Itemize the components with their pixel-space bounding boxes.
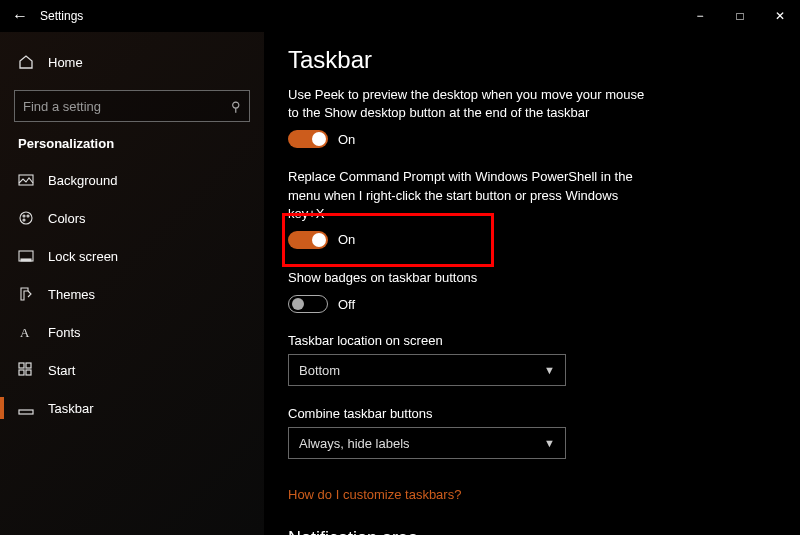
toggle-peek[interactable]	[288, 130, 328, 148]
sidebar-item-taskbar[interactable]: Taskbar	[0, 389, 264, 427]
sidebar-item-label: Taskbar	[48, 401, 94, 416]
sidebar-item-themes[interactable]: Themes	[0, 275, 264, 313]
window-title: Settings	[40, 9, 83, 23]
select-location-value: Bottom	[299, 363, 340, 378]
setting-combine: Combine taskbar buttons Always, hide lab…	[288, 406, 768, 459]
setting-badges: Show badges on taskbar buttons Off	[288, 269, 768, 313]
setting-location-label: Taskbar location on screen	[288, 333, 768, 348]
sidebar-item-background[interactable]: Background	[0, 161, 264, 199]
svg-point-1	[20, 212, 32, 224]
lock-icon	[18, 248, 34, 264]
toggle-powershell[interactable]	[288, 231, 328, 249]
setting-peek-desc: Use Peek to preview the desktop when you…	[288, 86, 648, 122]
svg-rect-10	[19, 370, 24, 375]
svg-rect-12	[19, 410, 33, 414]
setting-peek: Use Peek to preview the desktop when you…	[288, 86, 768, 148]
search-icon: ⚲	[231, 99, 241, 114]
setting-badges-desc: Show badges on taskbar buttons	[288, 269, 648, 287]
chevron-down-icon: ▼	[544, 364, 555, 376]
minimize-button[interactable]: −	[680, 0, 720, 32]
search-input[interactable]	[23, 99, 231, 114]
sidebar-item-label: Background	[48, 173, 117, 188]
image-icon	[18, 172, 34, 188]
sidebar-home[interactable]: Home	[0, 44, 264, 80]
setting-powershell: Replace Command Prompt with Windows Powe…	[288, 168, 768, 249]
sidebar-item-label: Lock screen	[48, 249, 118, 264]
sidebar-item-label: Fonts	[48, 325, 81, 340]
toggle-badges[interactable]	[288, 295, 328, 313]
svg-rect-8	[19, 363, 24, 368]
sidebar-item-colors[interactable]: Colors	[0, 199, 264, 237]
chevron-down-icon: ▼	[544, 437, 555, 449]
setting-location: Taskbar location on screen Bottom ▼	[288, 333, 768, 386]
svg-point-3	[27, 215, 29, 217]
maximize-button[interactable]: □	[720, 0, 760, 32]
svg-text:A: A	[20, 325, 30, 340]
svg-rect-9	[26, 363, 31, 368]
setting-combine-label: Combine taskbar buttons	[288, 406, 768, 421]
svg-point-4	[23, 219, 25, 221]
theme-icon	[18, 286, 34, 302]
select-combine[interactable]: Always, hide labels ▼	[288, 427, 566, 459]
home-icon	[18, 54, 34, 70]
link-customize[interactable]: How do I customize taskbars?	[288, 487, 461, 502]
grid-icon	[18, 362, 34, 378]
search-box[interactable]: ⚲	[14, 90, 250, 122]
toggle-peek-state: On	[338, 132, 355, 147]
sidebar-home-label: Home	[48, 55, 83, 70]
toggle-powershell-state: On	[338, 232, 355, 247]
taskbar-icon	[18, 400, 34, 416]
sidebar-item-start[interactable]: Start	[0, 351, 264, 389]
sidebar-item-lockscreen[interactable]: Lock screen	[0, 237, 264, 275]
svg-rect-6	[21, 259, 31, 261]
select-location[interactable]: Bottom ▼	[288, 354, 566, 386]
close-button[interactable]: ✕	[760, 0, 800, 32]
sidebar-item-label: Colors	[48, 211, 86, 226]
content: Taskbar Use Peek to preview the desktop …	[264, 32, 800, 535]
palette-icon	[18, 210, 34, 226]
titlebar: ← Settings − □ ✕	[0, 0, 800, 32]
back-button[interactable]: ←	[0, 7, 40, 25]
sidebar-item-fonts[interactable]: A Fonts	[0, 313, 264, 351]
select-combine-value: Always, hide labels	[299, 436, 410, 451]
toggle-badges-state: Off	[338, 297, 355, 312]
sidebar-item-label: Themes	[48, 287, 95, 302]
sidebar: Home ⚲ Personalization Background Colors…	[0, 32, 264, 535]
svg-rect-11	[26, 370, 31, 375]
sidebar-category: Personalization	[0, 136, 264, 161]
svg-point-2	[23, 215, 25, 217]
section-notification-area: Notification area	[288, 528, 768, 535]
page-title: Taskbar	[288, 46, 768, 74]
setting-powershell-desc: Replace Command Prompt with Windows Powe…	[288, 168, 648, 223]
font-icon: A	[18, 324, 34, 340]
sidebar-item-label: Start	[48, 363, 75, 378]
